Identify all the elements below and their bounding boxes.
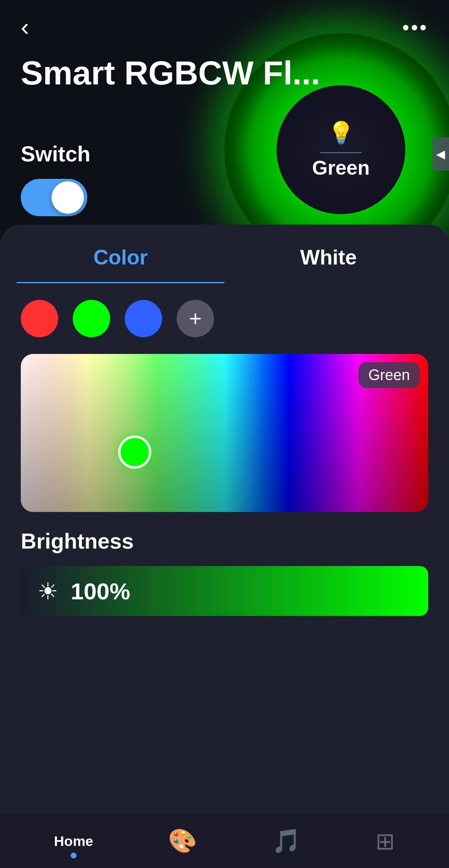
music-icon: 🎵 xyxy=(272,827,301,855)
title-section: Smart RGBCW Fl... xyxy=(21,54,320,92)
color-preset-red[interactable] xyxy=(21,300,58,337)
palette-icon: 🎨 xyxy=(168,827,197,855)
color-preset-green[interactable] xyxy=(73,300,110,337)
ring-color-label: Green xyxy=(312,156,370,179)
ring-divider xyxy=(320,152,362,153)
picker-cursor[interactable] xyxy=(118,435,151,469)
color-preset-blue[interactable] xyxy=(125,300,162,337)
back-button[interactable]: ‹ xyxy=(21,15,29,40)
home-label: Home xyxy=(54,833,93,849)
header: ‹ ••• xyxy=(0,0,449,54)
brightness-slider[interactable]: ☀ 100% xyxy=(21,566,428,616)
device-title: Smart RGBCW Fl... xyxy=(21,54,320,92)
home-active-dot xyxy=(71,853,76,858)
more-button[interactable]: ••• xyxy=(402,16,428,39)
nav-item-palette[interactable]: 🎨 xyxy=(168,827,197,855)
nav-item-grid[interactable]: ⊞ xyxy=(375,828,395,855)
switch-label: Switch xyxy=(21,141,91,166)
bottom-panel: Color White + Green Brightness ☀ 100% xyxy=(0,225,449,818)
color-name-tag: Green xyxy=(358,362,420,388)
sun-icon: ☀ xyxy=(37,578,58,605)
switch-toggle[interactable] xyxy=(21,179,87,216)
switch-section: Switch xyxy=(21,141,91,216)
add-color-preset-button[interactable]: + xyxy=(177,300,214,337)
tab-white[interactable]: White xyxy=(224,233,432,283)
chevron-left-icon: ◀ xyxy=(436,147,445,161)
grid-icon: ⊞ xyxy=(375,828,395,855)
color-presets: + xyxy=(0,283,449,354)
nav-item-music[interactable]: 🎵 xyxy=(272,827,301,855)
nav-item-home[interactable]: Home xyxy=(54,833,93,849)
bulb-icon: 💡 xyxy=(328,120,355,146)
tab-color[interactable]: Color xyxy=(17,233,224,283)
brightness-section: Brightness ☀ 100% xyxy=(0,512,449,616)
ring-inner[interactable]: 💡 Green xyxy=(276,85,405,214)
toggle-knob xyxy=(52,181,84,214)
brightness-label: Brightness xyxy=(21,529,428,554)
brightness-value: 100% xyxy=(71,578,130,605)
color-picker[interactable]: Green xyxy=(21,354,428,512)
bottom-nav: Home 🎨 🎵 ⊞ xyxy=(0,814,449,868)
right-handle[interactable]: ◀ xyxy=(432,137,449,171)
tabs-container: Color White xyxy=(0,233,449,283)
